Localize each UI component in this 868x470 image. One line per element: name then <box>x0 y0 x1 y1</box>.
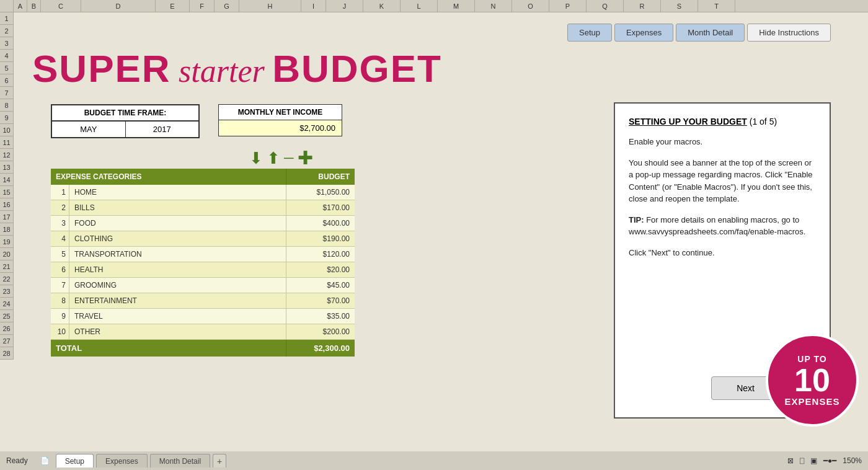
row-category-6: HEALTH <box>69 262 286 277</box>
spreadsheet: A B C D E F G H I J K L M N O P Q R S T … <box>0 0 868 470</box>
view-page-icon[interactable]: ⎕ <box>800 456 804 465</box>
row-num-1: 1 <box>51 185 69 200</box>
table-row: 8 ENTERTAINMENT $70.00 <box>51 293 355 309</box>
row-category-1: HOME <box>69 185 286 200</box>
col-t: T <box>698 0 735 12</box>
move-down-button[interactable]: ⬇ <box>249 150 263 166</box>
sheet-tabs: Setup Expenses Month Detail + <box>56 454 226 468</box>
instructions-para1: Enable your macros. <box>629 136 816 148</box>
col-n: N <box>475 0 512 12</box>
title-super: SUPER <box>32 47 171 90</box>
budget-header: BUDGET <box>286 169 355 185</box>
row-budget-5: $120.00 <box>286 247 355 262</box>
top-nav: Setup Expenses Month Detail Hide Instruc… <box>567 24 831 42</box>
table-row: 5 TRANSPORTATION $120.00 <box>51 247 355 262</box>
col-i: I <box>301 0 326 12</box>
col-s: S <box>661 0 698 12</box>
badge-number: 10 <box>794 364 830 396</box>
instructions-tip: TIP: For more details on enabling macros… <box>629 214 816 238</box>
category-header: EXPENSE CATEGORIES <box>51 169 286 185</box>
col-j: J <box>326 0 363 12</box>
tab-expenses[interactable]: Expenses <box>96 454 148 468</box>
total-value: $2,300.00 <box>286 340 355 357</box>
total-label: TOTAL <box>51 340 286 357</box>
table-row: 9 TRAVEL $35.00 <box>51 309 355 324</box>
row-num-9: 9 <box>51 309 69 324</box>
col-f: F <box>190 0 215 12</box>
row-category-8: ENTERTAINMENT <box>69 293 286 308</box>
col-d: D <box>81 0 156 12</box>
instructions-text: Enable your macros. You should see a ban… <box>629 136 816 259</box>
monthly-income-label: MONTHLY NET INCOME <box>219 105 342 120</box>
col-o: O <box>512 0 549 12</box>
setup-nav-button[interactable]: Setup <box>567 24 612 42</box>
table-row: 3 FOOD $400.00 <box>51 216 355 231</box>
arrow-buttons: ⬇ ⬆ ─ ✚ <box>249 149 313 167</box>
remove-button[interactable]: ─ <box>284 151 294 165</box>
add-button[interactable]: ✚ <box>298 149 313 167</box>
table-row: 6 HEALTH $20.00 <box>51 262 355 278</box>
zoom-slider[interactable]: ━●━ <box>823 456 836 465</box>
view-normal-icon[interactable]: ⊠ <box>787 456 794 465</box>
status-bar: Ready 📄 Setup Expenses Month Detail + ⊠ … <box>0 451 868 470</box>
sheet-icon: 📄 <box>40 456 50 465</box>
row-category-10: OTHER <box>69 324 286 339</box>
budget-year: 2017 <box>126 122 199 137</box>
month-detail-nav-button[interactable]: Month Detail <box>676 24 745 42</box>
add-sheet-button[interactable]: + <box>213 454 226 468</box>
col-p: P <box>549 0 587 12</box>
tip-text: For more details on enabling macros, go … <box>629 215 805 237</box>
instructions-title: SETTING UP YOUR BUDGET <box>629 117 747 126</box>
col-g: G <box>215 0 239 12</box>
column-headers: A B C D E F G H I J K L M N O P Q R S T <box>0 0 868 12</box>
title-budget: BUDGET <box>272 47 442 90</box>
row-num-10: 10 <box>51 324 69 339</box>
budget-timeframe-values: MAY 2017 <box>52 121 198 137</box>
view-break-icon[interactable]: ▣ <box>810 456 817 465</box>
row-budget-9: $35.00 <box>286 309 355 324</box>
row-budget-10: $200.00 <box>286 324 355 339</box>
table-row: 1 HOME $1,050.00 <box>51 185 355 200</box>
table-row: 10 OTHER $200.00 <box>51 324 355 340</box>
row-numbers: 1 2 3 4 5 6 7 8 9 10 11 12 13 14 15 16 1… <box>0 12 14 360</box>
col-q: Q <box>587 0 624 12</box>
budget-timeframe-label: BUDGET TIME FRAME: <box>52 105 198 121</box>
tab-setup[interactable]: Setup <box>56 454 94 468</box>
move-up-button[interactable]: ⬆ <box>267 150 280 166</box>
col-c: C <box>41 0 81 12</box>
budget-timeframe-section: BUDGET TIME FRAME: MAY 2017 <box>51 104 200 138</box>
row-budget-2: $170.00 <box>286 200 355 215</box>
tip-label: TIP: <box>629 215 646 224</box>
col-r: R <box>624 0 661 12</box>
row-budget-1: $1,050.00 <box>286 185 355 200</box>
col-b: B <box>27 0 41 12</box>
budget-timeframe-box: BUDGET TIME FRAME: MAY 2017 <box>51 104 200 138</box>
status-ready: Ready <box>6 456 28 465</box>
table-row: 7 GROOMING $45.00 <box>51 278 355 293</box>
expenses-nav-button[interactable]: Expenses <box>614 24 673 42</box>
monthly-income-box: MONTHLY NET INCOME $2,700.00 <box>218 104 342 136</box>
app-title: SUPER starter BUDGET <box>32 47 442 91</box>
status-right: ⊠ ⎕ ▣ ━●━ 150% <box>787 456 862 465</box>
row-budget-3: $400.00 <box>286 216 355 231</box>
row-budget-8: $70.00 <box>286 293 355 308</box>
instructions-para2: You should see a banner at the top of th… <box>629 157 816 205</box>
row-budget-6: $20.00 <box>286 262 355 277</box>
row-num-5: 5 <box>51 247 69 262</box>
col-h: H <box>239 0 301 12</box>
row-category-9: TRAVEL <box>69 309 286 324</box>
row-num-4: 4 <box>51 231 69 246</box>
row-num-3: 3 <box>51 216 69 231</box>
table-total-row: TOTAL $2,300.00 <box>51 340 355 357</box>
col-m: M <box>438 0 475 12</box>
col-e: E <box>156 0 190 12</box>
tab-month-detail[interactable]: Month Detail <box>150 454 210 468</box>
instructions-subtitle: (1 of 5) <box>747 117 777 126</box>
hide-instructions-button[interactable]: Hide Instructions <box>747 24 831 42</box>
title-starter: starter <box>179 53 265 89</box>
main-content: Setup Expenses Month Detail Hide Instruc… <box>14 12 868 451</box>
table-row: 4 CLOTHING $190.00 <box>51 231 355 247</box>
row-category-2: BILLS <box>69 200 286 215</box>
expense-table: EXPENSE CATEGORIES BUDGET 1 HOME $1,050.… <box>51 169 355 357</box>
table-row: 2 BILLS $170.00 <box>51 200 355 216</box>
